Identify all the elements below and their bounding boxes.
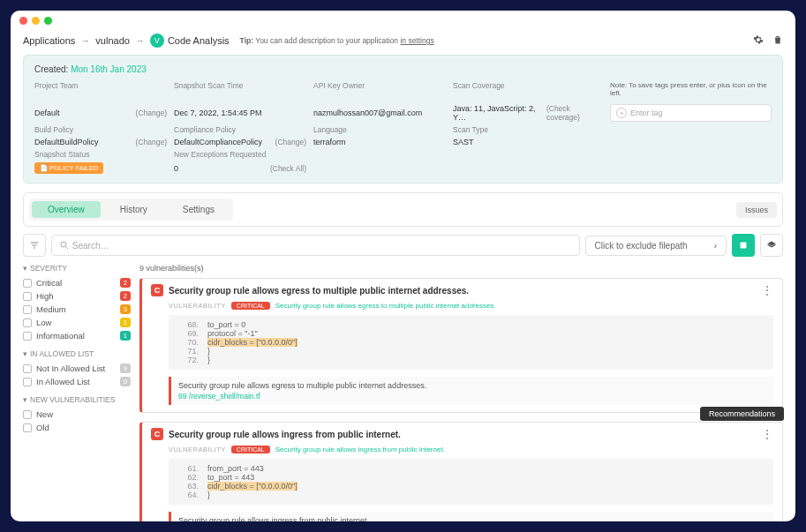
checkbox[interactable] — [23, 318, 32, 327]
plus-icon[interactable]: + — [616, 108, 627, 118]
tag-input[interactable]: +Enter tag — [610, 104, 772, 122]
filter-item[interactable]: High2 — [23, 289, 131, 303]
filter-item[interactable]: In Allowed List0 — [23, 375, 131, 388]
window-titlebar — [11, 11, 795, 30]
exclude-filepath-button[interactable]: Click to exclude filepath› — [585, 236, 727, 256]
breadcrumb-page: Code Analysis — [168, 35, 230, 46]
tab-group: Overview History Settings — [29, 199, 233, 221]
severity-icon: C — [151, 428, 163, 440]
change-link[interactable]: (Change) — [136, 138, 167, 146]
checkbox[interactable] — [23, 423, 32, 432]
filter-group-header[interactable]: ▾ NEW VULNERABILITIES — [23, 395, 131, 404]
filter-item[interactable]: Low1 — [23, 316, 131, 329]
filter-item[interactable]: Old — [23, 421, 131, 434]
info-card: Created: Mon 16th Jan 2023 Project Team … — [23, 55, 783, 184]
severity-badge: CRITICAL — [231, 302, 270, 310]
checkbox[interactable] — [23, 332, 32, 341]
maximize-dot[interactable] — [44, 17, 52, 25]
checkbox[interactable] — [23, 410, 32, 419]
checkbox[interactable] — [23, 279, 32, 288]
export-button[interactable] — [732, 234, 755, 257]
result-count: 9 vulnerabilities(s) — [139, 264, 783, 273]
breadcrumb-root[interactable]: Applications — [23, 35, 75, 46]
file-link[interactable]: 69 /reverse_shell/main.tf — [178, 392, 766, 401]
more-icon[interactable]: ⋮ — [761, 431, 773, 438]
filter-group-header[interactable]: ▾ SEVERITY — [23, 264, 131, 273]
check-coverage-link[interactable]: (Check coverage) — [546, 104, 603, 122]
tag-note: Note: To save tags press enter, or plus … — [610, 81, 772, 97]
tip-link[interactable]: in settings — [400, 36, 433, 45]
trash-icon[interactable] — [772, 34, 783, 47]
vuln-title: Security group rule allows ingress from … — [169, 430, 401, 439]
checkbox[interactable] — [23, 305, 32, 314]
svg-point-0 — [61, 242, 66, 247]
search-icon — [59, 240, 70, 251]
breadcrumb-app[interactable]: vulnado — [95, 35, 130, 46]
change-link[interactable]: (Change) — [275, 138, 306, 146]
vulnerability-card[interactable]: C Security group rule allows egress to m… — [139, 278, 783, 413]
filter-item[interactable]: Critical2 — [23, 276, 131, 289]
issues-button[interactable]: Issues — [736, 202, 777, 218]
close-dot[interactable] — [19, 17, 27, 25]
svg-rect-1 — [741, 243, 747, 249]
chevron-right-icon: → — [135, 35, 145, 46]
filter-item[interactable]: Not In Allowed List9 — [23, 362, 131, 375]
filter-item[interactable]: New — [23, 408, 131, 421]
vuln-title: Security group rule allows egress to mul… — [169, 286, 469, 296]
more-icon[interactable]: ⋮ — [761, 287, 773, 294]
check-all-link[interactable]: (Check All) — [270, 164, 306, 173]
checkbox[interactable] — [23, 292, 32, 301]
filter-group-header[interactable]: ▾ IN ALLOWED LIST — [23, 349, 131, 358]
filter-sidebar: ▾ SEVERITYCritical2High2Medium3Low1Infor… — [23, 264, 131, 521]
filter-icon[interactable] — [23, 234, 46, 257]
tab-settings[interactable]: Settings — [167, 201, 230, 218]
filter-item[interactable]: Informational1 — [23, 329, 131, 342]
search-input[interactable]: Search… — [51, 235, 580, 256]
severity-badge: CRITICAL — [231, 446, 270, 453]
filter-item[interactable]: Medium3 — [23, 303, 131, 316]
gear-icon[interactable] — [753, 34, 764, 47]
checkbox[interactable] — [23, 378, 32, 386]
checkbox[interactable] — [23, 364, 32, 373]
minimize-dot[interactable] — [32, 17, 40, 25]
chevron-right-icon: › — [714, 241, 717, 251]
recommendations-badge[interactable]: Recommendations — [700, 407, 784, 421]
code-snippet: 68.to_port = 069.protocol = "-1"70.cidr_… — [169, 315, 773, 370]
change-link[interactable]: (Change) — [136, 109, 167, 117]
severity-icon: C — [151, 284, 163, 296]
vuln-message: Security group rule allows egress to mul… — [169, 377, 773, 405]
policy-failed-badge: 📄 POLICY FAILED — [34, 162, 103, 174]
tab-overview[interactable]: Overview — [32, 201, 101, 218]
tip-text: Tip: You can add description to your app… — [240, 36, 434, 45]
vulnerability-card[interactable]: C Security group rule allows ingress fro… — [139, 422, 783, 521]
tab-history[interactable]: History — [104, 201, 163, 218]
vuln-message: Security group rule allows ingress from … — [169, 512, 773, 521]
layers-icon[interactable] — [760, 234, 783, 257]
code-snippet: 61.from_port = 44362.to_port = 44363.cid… — [169, 459, 773, 505]
chevron-right-icon: → — [80, 35, 90, 46]
app-avatar: V — [150, 34, 164, 48]
